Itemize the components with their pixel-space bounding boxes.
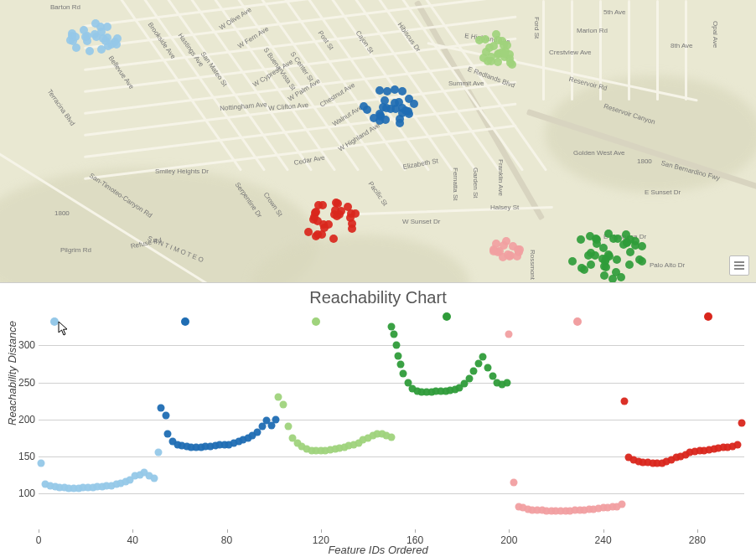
map-cluster-point[interactable] <box>604 230 613 238</box>
map-cluster-point[interactable] <box>619 240 628 249</box>
map-road-label: Franklin Ave <box>497 159 505 196</box>
data-point[interactable] <box>479 353 487 360</box>
map-road-label: Pacific St <box>367 180 389 207</box>
map-cluster-point[interactable] <box>500 49 509 58</box>
data-point[interactable] <box>388 433 396 441</box>
data-point[interactable] <box>395 352 402 359</box>
data-point[interactable] <box>150 475 158 482</box>
y-axis-label: Reachability Distance <box>6 321 18 425</box>
map-road-label: Barton Rd <box>50 3 80 11</box>
map-road-label: Garden St <box>472 168 479 198</box>
data-point[interactable] <box>390 331 397 338</box>
map-road-label: W Sunset Dr <box>402 218 440 225</box>
y-axis-tick: 100 <box>12 487 35 499</box>
map-cluster-point[interactable] <box>312 208 320 216</box>
map-cluster-point[interactable] <box>608 275 617 283</box>
data-point[interactable] <box>392 342 400 349</box>
data-point[interactable] <box>510 478 517 486</box>
y-axis-tick: 300 <box>12 339 35 351</box>
data-point[interactable] <box>37 460 44 467</box>
data-point[interactable] <box>155 449 163 456</box>
chart-title: Reachability Chart <box>0 283 756 307</box>
legend-swatch[interactable] <box>443 312 451 321</box>
map-cluster-point[interactable] <box>580 266 588 274</box>
map-cluster-point[interactable] <box>91 30 99 39</box>
data-point[interactable] <box>733 441 741 449</box>
map-road-label: Ford St <box>533 17 541 39</box>
data-point[interactable] <box>164 431 172 438</box>
map-cluster-point[interactable] <box>577 235 585 244</box>
plot-area[interactable] <box>39 323 744 523</box>
map-cluster-point[interactable] <box>318 201 327 209</box>
data-point[interactable] <box>397 361 405 369</box>
y-axis-tick: 150 <box>12 451 35 462</box>
data-point[interactable] <box>275 394 282 401</box>
data-point[interactable] <box>388 323 396 331</box>
data-point[interactable] <box>738 420 746 427</box>
x-axis-tick: 120 <box>313 534 329 546</box>
map-cluster-point[interactable] <box>625 260 634 269</box>
data-point[interactable] <box>505 331 513 338</box>
data-point[interactable] <box>272 415 280 423</box>
data-point[interactable] <box>400 369 407 377</box>
data-point[interactable] <box>619 500 626 508</box>
map-cluster-point[interactable] <box>626 248 634 256</box>
data-point[interactable] <box>470 368 478 375</box>
y-axis-tick: 250 <box>12 377 35 389</box>
map-cluster-point[interactable] <box>617 273 625 281</box>
data-point[interactable] <box>279 400 287 408</box>
map-road-label: 5th Ave <box>603 8 626 16</box>
chart-pane: Reachability Chart Reachability Distance… <box>0 283 756 557</box>
x-axis-tick: 280 <box>689 534 706 546</box>
map-cluster-point[interactable] <box>85 47 94 55</box>
data-point[interactable] <box>162 412 169 420</box>
data-point[interactable] <box>284 423 292 431</box>
map-cluster-point[interactable] <box>329 235 338 243</box>
x-axis-tick: 240 <box>595 534 612 546</box>
x-axis-tick: 200 <box>500 534 517 546</box>
data-point[interactable] <box>484 364 492 371</box>
map-cluster-point[interactable] <box>638 257 646 266</box>
map-cluster-point[interactable] <box>503 41 511 49</box>
x-axis-tick: 40 <box>127 534 138 546</box>
map-road-label: 8th Ave <box>671 42 693 49</box>
map-cluster-point[interactable] <box>481 35 489 44</box>
data-point[interactable] <box>465 375 473 383</box>
map-cluster-point[interactable] <box>324 220 333 229</box>
map-cluster-point[interactable] <box>71 33 80 41</box>
map-cluster-point[interactable] <box>487 57 495 65</box>
map-cluster-point[interactable] <box>600 262 608 271</box>
map-cluster-point[interactable] <box>401 106 410 115</box>
map-cluster-point[interactable] <box>598 255 607 263</box>
data-point[interactable] <box>503 379 510 386</box>
map-cluster-point[interactable] <box>396 119 404 127</box>
map-pane[interactable]: Barton Rd5th Ave8th AveE Highland AveE R… <box>0 0 756 283</box>
chart-legend <box>0 311 756 322</box>
map-options-button[interactable] <box>729 255 749 276</box>
map-cluster-point[interactable] <box>613 255 621 264</box>
map-road-label: Terracina Blvd <box>46 88 76 127</box>
data-point[interactable] <box>474 360 482 368</box>
map-cluster-point[interactable] <box>600 271 608 280</box>
map-road-label: Rossmont Dr <box>529 250 536 283</box>
map-cluster-point[interactable] <box>112 40 121 49</box>
y-axis-tick: 200 <box>12 414 35 425</box>
map-road-label: Fernatta St <box>452 168 459 201</box>
x-axis-tick: 0 <box>36 534 42 546</box>
map-cluster-point[interactable] <box>500 241 508 250</box>
data-point[interactable] <box>620 397 628 405</box>
map-cluster-point[interactable] <box>363 106 371 114</box>
map-cluster-point[interactable] <box>97 45 106 54</box>
legend-swatch[interactable] <box>704 312 712 321</box>
map-cluster-point[interactable] <box>383 87 391 95</box>
data-point[interactable] <box>157 405 164 412</box>
map-road-label: Opal Ave <box>712 21 719 48</box>
map-cluster-point[interactable] <box>568 257 577 266</box>
map-cluster-point[interactable] <box>494 58 502 66</box>
x-axis-tick: 80 <box>221 534 232 546</box>
map-cluster-point[interactable] <box>405 95 413 103</box>
x-axis-tick: 160 <box>406 534 423 546</box>
map-road-label: Marion Rd <box>577 27 608 34</box>
map-cluster-point[interactable] <box>331 206 339 214</box>
map-road-label: Palo Alto Dr <box>650 261 685 269</box>
